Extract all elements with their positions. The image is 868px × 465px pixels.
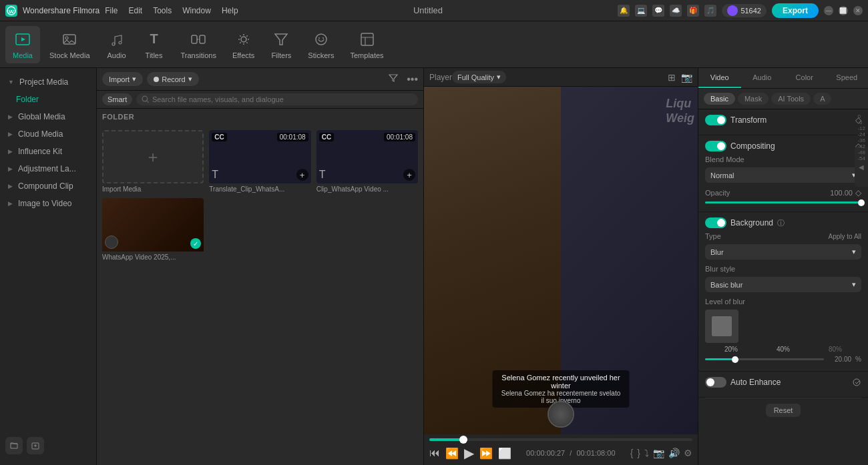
toolbar-effects-label: Effects	[232, 51, 254, 59]
extract-icon[interactable]: ⤵	[644, 448, 649, 458]
sidebar-label-folder: Folder	[16, 95, 39, 104]
audio-icon[interactable]: 🔊	[668, 448, 680, 458]
search-input[interactable]	[152, 95, 413, 103]
camera-icon[interactable]: 📷	[653, 448, 664, 458]
sub-tab-a[interactable]: A	[813, 93, 831, 105]
toolbar-stock-media[interactable]: Stock Media	[43, 26, 97, 63]
sidebar-item-adjustment[interactable]: ▶ Adjustment La...	[0, 160, 96, 177]
svg-text:W: W	[9, 8, 14, 14]
new-folder-icon[interactable]	[27, 437, 44, 454]
media-card-clip[interactable]: 00:01:08 CC T + Clip_WhatsApp Video ...	[316, 130, 418, 193]
tab-audio[interactable]: Audio	[741, 68, 784, 88]
sidebar-label-image-to-video: Image to Video	[18, 199, 72, 208]
media-card-translate[interactable]: 00:01:08 CC T + Translate_Clip_WhatsA...	[209, 130, 310, 193]
settings-icon[interactable]: ⚙	[684, 448, 692, 458]
play-button[interactable]: ▶	[464, 445, 474, 461]
blur-style-value: Basic blur	[710, 281, 742, 289]
mark-in-icon[interactable]: {	[630, 448, 634, 458]
tab-color[interactable]: Color	[783, 68, 826, 88]
translate-clip-label: Translate_Clip_WhatsA...	[209, 185, 310, 193]
type-select[interactable]: Blur ▾	[705, 244, 861, 260]
transform-toggle[interactable]	[705, 115, 726, 125]
toolbar-filters[interactable]: Filters	[264, 26, 298, 63]
snapshot-icon[interactable]: 📷	[681, 72, 692, 83]
media-card-whatsapp[interactable]: 00:01:08 ✓ WhatsApp Video 2025,...	[102, 198, 204, 261]
record-button[interactable]: Record ▾	[147, 72, 198, 86]
frame-forward-button[interactable]: ⏩	[479, 447, 493, 460]
message-icon[interactable]: 💬	[652, 5, 664, 17]
menu-help[interactable]: Help	[222, 6, 238, 15]
sidebar-item-folder[interactable]: Folder	[0, 91, 96, 108]
menu-window[interactable]: Window	[182, 6, 211, 15]
preview-timeline[interactable]	[429, 438, 692, 441]
toolbar-media[interactable]: Media	[5, 26, 40, 63]
sidebar-item-image-to-video[interactable]: ▶ Image to Video	[0, 195, 96, 212]
audio-icon	[107, 30, 126, 49]
fullscreen-icon[interactable]: ⊞	[668, 72, 676, 83]
import-media-card[interactable]: ＋ Import Media	[102, 130, 204, 193]
blur-style-select[interactable]: Basic blur ▾	[705, 277, 861, 292]
device-icon[interactable]: 💻	[635, 5, 647, 17]
more-options-icon[interactable]: •••	[407, 73, 418, 85]
tab-speed[interactable]: Speed	[826, 68, 869, 88]
search-icon	[142, 95, 150, 103]
reset-button[interactable]: Reset	[766, 404, 801, 417]
media-add-clip[interactable]: +	[403, 169, 415, 181]
toolbar-titles[interactable]: T Titles	[137, 26, 172, 63]
frame-back-button[interactable]: ⏪	[445, 447, 459, 460]
transform-row: Transform ◇	[705, 115, 861, 125]
blend-mode-select[interactable]: Normal ▾	[705, 167, 861, 183]
add-folder-icon[interactable]	[5, 437, 23, 454]
stock-media-icon	[60, 30, 79, 49]
auto-enhance-toggle[interactable]	[705, 377, 726, 388]
import-button[interactable]: Import ▾	[102, 72, 143, 86]
sidebar-item-global-media[interactable]: ▶ Global Media	[0, 108, 96, 125]
menu-file[interactable]: File	[105, 6, 118, 15]
filter-icon[interactable]	[388, 73, 399, 85]
tab-video[interactable]: Video	[698, 68, 741, 88]
sidebar-item-project-media[interactable]: ▼ Project Media	[0, 73, 96, 91]
sub-tab-basic[interactable]: Basic	[704, 93, 735, 105]
time-separator: /	[570, 449, 572, 457]
user-badge[interactable]: 51642	[722, 4, 767, 17]
svg-point-11	[322, 37, 324, 39]
media-add-translate[interactable]: +	[296, 169, 308, 181]
background-info-icon[interactable]: ⓘ	[777, 218, 785, 228]
sidebar-label-project-media: Project Media	[19, 77, 68, 87]
opacity-thumb	[858, 199, 865, 206]
cloud-icon[interactable]: ☁️	[670, 5, 682, 17]
close-button[interactable]: ✕	[853, 6, 863, 15]
background-toggle[interactable]	[705, 217, 726, 228]
sidebar-item-compound-clip[interactable]: ▶ Compound Clip	[0, 177, 96, 195]
toolbar-stickers[interactable]: Stickers	[301, 26, 341, 63]
music-icon[interactable]: 🎵	[704, 5, 716, 17]
opacity-slider[interactable]	[705, 201, 861, 203]
quality-select[interactable]: Full Quality ▾	[452, 71, 506, 83]
sidebar-item-cloud-media[interactable]: ▶ Cloud Media	[0, 125, 96, 143]
toolbar-effects[interactable]: Effects	[226, 26, 261, 63]
menu-edit[interactable]: Edit	[129, 6, 143, 15]
sidebar-item-influence-kit[interactable]: ▶ Influence Kit	[0, 143, 96, 160]
skip-back-button[interactable]: ⏮	[429, 447, 440, 459]
toolbar-audio[interactable]: Audio	[99, 26, 134, 63]
toolbar-templates[interactable]: Templates	[343, 26, 390, 63]
compositing-toggle[interactable]	[705, 141, 726, 151]
apply-to-all-button[interactable]: Apply to All	[829, 233, 861, 240]
opacity-expand-icon[interactable]: ◇	[855, 188, 861, 197]
sub-tab-ai-tools[interactable]: AI Tools	[771, 93, 811, 105]
blur-slider[interactable]	[705, 358, 824, 360]
fullscreen-button[interactable]: ⬜	[498, 447, 511, 460]
svg-rect-6	[200, 35, 205, 43]
gift-icon[interactable]: 🎁	[687, 5, 699, 17]
menu-tools[interactable]: Tools	[153, 6, 172, 15]
sub-tab-mask[interactable]: Mask	[738, 93, 769, 105]
toolbar-transitions[interactable]: Transitions	[174, 26, 223, 63]
mark-out-icon[interactable]: }	[637, 448, 640, 458]
toolbar-transitions-label: Transitions	[181, 51, 216, 59]
notification-icon[interactable]: 🔔	[618, 5, 630, 17]
maximize-button[interactable]: ⬜	[839, 6, 848, 15]
export-button[interactable]: Export	[772, 3, 819, 18]
sidebar-label-adjustment: Adjustment La...	[18, 164, 76, 173]
minimize-button[interactable]: —	[824, 6, 833, 15]
smart-button[interactable]: Smart	[102, 93, 132, 105]
